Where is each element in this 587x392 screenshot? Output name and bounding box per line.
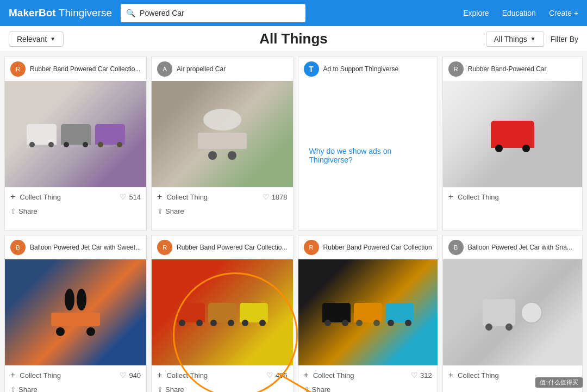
plus-icon: + — [448, 192, 453, 202]
plus-icon: + — [448, 370, 453, 380]
plus-icon: + — [10, 370, 15, 380]
card-actions: + Collect Thing ♡ 496 — [152, 365, 292, 384]
plus-icon: + — [157, 192, 162, 202]
card-grid: R Rubber Band Powered Car Collectio... — [0, 52, 587, 392]
search-input[interactable] — [140, 9, 300, 17]
heart-icon: ♡ — [411, 371, 418, 379]
heart-icon: ♡ — [120, 192, 127, 201]
watermark: 值↑什么值得买 — [535, 377, 583, 388]
collect-button[interactable]: Collect Thing — [20, 371, 61, 379]
heart-icon: ♡ — [266, 371, 273, 379]
share-button[interactable]: Share — [165, 207, 184, 215]
logo-thing: Thingiverse — [59, 7, 112, 19]
card-author-row: B Balloon Powered Jet Car with Sweet... — [5, 235, 146, 259]
avatar: R — [448, 61, 464, 77]
share-row: ⇧ Share — [5, 206, 146, 220]
avatar: R — [304, 240, 319, 255]
share-icon: ⇧ — [157, 207, 163, 215]
search-bar: 🔍 — [121, 4, 305, 22]
card-author-row: A Air propelled Car — [152, 57, 292, 81]
card-author-row: R Rubber Band-Powered Car — [443, 57, 582, 81]
share-icon: ⇧ — [157, 385, 163, 392]
card-image — [152, 81, 292, 187]
collect-button[interactable]: Collect Thing — [166, 193, 208, 201]
share-row: ⇧ Share — [152, 206, 292, 220]
card-author-row: R Rubber Band Powered Car Collectio... — [5, 57, 146, 81]
share-icon: ⇧ — [10, 385, 16, 392]
share-button[interactable]: Share — [18, 207, 38, 215]
plus-icon: + — [10, 192, 15, 202]
card-actions: + Collect Thing — [443, 187, 582, 206]
like-count: 940 — [129, 371, 141, 379]
content-wrapper: R Rubber Band Powered Car Collectio... — [0, 52, 587, 392]
card-actions: + Collect Thing ♡ 1878 — [152, 187, 292, 206]
heart-icon: ♡ — [263, 192, 270, 201]
card-author-row: B Balloon Powered Jet Car with Sna... — [443, 235, 582, 259]
chevron-down-icon2: ▼ — [530, 36, 536, 42]
nav-create[interactable]: Create + — [549, 9, 578, 17]
like-count: 514 — [129, 193, 141, 201]
nav-links: Explore Education Create + — [463, 9, 578, 17]
card-title: Balloon Powered Jet Car with Sna... — [468, 244, 572, 251]
ad-link[interactable]: Why do we show ads on Thingiverse? — [309, 147, 427, 164]
card-title: Air propelled Car — [177, 65, 226, 73]
card-title: Balloon Powered Jet Car with Sweet... — [30, 244, 141, 251]
avatar-blue: T — [304, 61, 319, 77]
plus-icon: + — [157, 370, 162, 380]
logo: MakerBot Thingiverse — [9, 7, 112, 19]
header: MakerBot Thingiverse 🔍 Explore Education… — [0, 0, 587, 26]
all-things-dropdown[interactable]: All Things ▼ — [486, 32, 544, 47]
card: R Rubber Band-Powered Car + — [442, 57, 583, 231]
card-author-row: R Rubber Band Powered Car Collection — [298, 235, 438, 259]
ad-content: Why do we show ads on Thingiverse? — [298, 81, 438, 230]
share-icon: ⇧ — [304, 385, 310, 392]
collect-button[interactable]: Collect Thing — [166, 371, 208, 379]
ad-card: T Ad to Support Thingiverse Why do we sh… — [298, 57, 438, 231]
nav-education[interactable]: Education — [502, 9, 536, 17]
collect-button[interactable]: Collect Thing — [20, 193, 61, 201]
avatar: R — [157, 240, 172, 255]
card-title: Rubber Band Powered Car Collectio... — [177, 244, 287, 251]
card-title: Rubber Band Powered Car Collection — [323, 244, 432, 251]
all-things-label: All Things — [178, 30, 409, 47]
card: R Rubber Band Powered Car Collectio... — [4, 57, 147, 231]
share-button[interactable]: Share — [165, 385, 184, 392]
card-title: Rubber Band Powered Car Collectio... — [30, 65, 140, 73]
like-count: 496 — [276, 371, 288, 379]
share-row: ⇧ Share — [5, 384, 146, 392]
card-author-row: R Rubber Band Powered Car Collectio... — [152, 235, 292, 259]
nav-explore[interactable]: Explore — [463, 9, 489, 17]
avatar: R — [10, 61, 26, 77]
avatar: A — [157, 61, 172, 77]
card-title: Rubber Band-Powered Car — [468, 65, 547, 73]
card-image — [443, 81, 582, 187]
card-actions: + Collect Thing ♡ 940 — [5, 365, 146, 384]
share-row: ⇧ Share — [298, 384, 438, 392]
card-image — [5, 259, 146, 365]
card-image — [5, 81, 146, 187]
share-icon: ⇧ — [10, 207, 16, 215]
plus-icon: + — [304, 370, 309, 380]
chevron-down-icon: ▼ — [50, 36, 55, 42]
card-image — [298, 259, 438, 365]
collect-button[interactable]: Collect Thing — [458, 371, 499, 379]
card-actions: + Collect Thing ♡ 312 — [298, 365, 438, 384]
logo-maker: MakerBot — [9, 7, 56, 19]
card: B Balloon Powered Jet Car with Sna... + … — [442, 235, 583, 392]
share-button[interactable]: Share — [312, 385, 331, 392]
sort-label: Relevant — [17, 35, 47, 43]
card: R Rubber Band Powered Car Collection — [298, 235, 438, 392]
card-image — [152, 259, 292, 365]
share-button[interactable]: Share — [18, 385, 38, 392]
search-icon: 🔍 — [126, 9, 135, 17]
heart-icon: ♡ — [120, 371, 127, 379]
filter-by-label: Filter By — [551, 35, 578, 43]
card-author-row: T Ad to Support Thingiverse — [298, 57, 438, 81]
collect-button[interactable]: Collect Thing — [313, 371, 354, 379]
like-count: 1878 — [272, 193, 288, 201]
card-annotated: R Rubber Band Powered Car Collectio... — [151, 235, 293, 392]
sort-dropdown[interactable]: Relevant ▼ — [9, 32, 64, 47]
ad-title: Ad to Support Thingiverse — [323, 65, 399, 73]
card-image — [443, 259, 582, 365]
collect-button[interactable]: Collect Thing — [458, 193, 499, 201]
